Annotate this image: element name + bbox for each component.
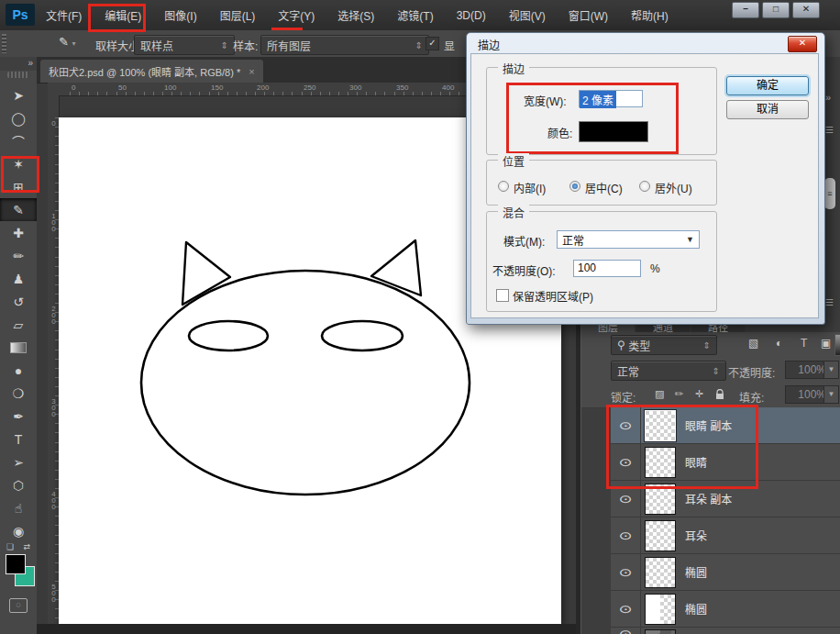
minimize-button[interactable]: – [732,2,759,18]
ok-button[interactable]: 确定 [726,76,809,95]
preserve-transparency-label[interactable]: 保留透明区域(P) [513,288,593,304]
layer-thumbnail[interactable] [645,629,676,634]
toolbar-collapse-button[interactable]: » [0,57,37,71]
menu-layer[interactable]: 图层(L) [220,7,256,23]
blend-mode-row: 正常 ⇕ 不透明度: 100% ▼ [581,357,840,384]
layer-thumbnail[interactable] [645,520,676,551]
dialog-close-button[interactable]: ✕ [788,36,817,52]
menu-file[interactable]: 文件(F) [46,7,82,23]
layer-row-ellipse-1[interactable]: ⊙ 椭圆 [611,554,840,591]
layer-name: 耳朵 副本 [685,491,732,506]
sample-select[interactable]: 所有图层 ⇕ [260,35,429,55]
fill-dropdown-icon[interactable]: ▼ [823,385,839,404]
tool-brush[interactable]: ✏ [0,244,37,267]
menu-filter[interactable]: 滤镜(T) [397,7,433,23]
dock-collapse-icon[interactable]: » [825,92,831,103]
tool-healing-brush[interactable]: ✚ [0,221,37,244]
position-group: 位置 内部(I) 居中(C) 居外(U) [486,160,717,206]
menu-view[interactable]: 视图(V) [509,7,546,23]
tool-blur[interactable]: ● [0,359,37,382]
panel-menu-icon[interactable]: ☰ [825,297,834,307]
layer-name: 椭圆 [685,564,707,580]
visibility-cell[interactable]: ⊙ [611,554,641,590]
menu-image[interactable]: 图像(I) [164,7,196,23]
lock-transparency-icon[interactable]: ▨ [655,388,664,400]
layer-filter-select[interactable]: ⚲ 类型 ⇕ [611,335,717,355]
radio-outside-label[interactable]: 居外(U) [655,180,692,195]
foreground-color-swatch[interactable] [6,554,26,574]
radio-center-label[interactable]: 居中(C) [585,180,623,195]
tool-elliptical-marquee[interactable]: ◯ [0,106,37,129]
eyedropper-tool-icon[interactable]: ✎ ▾ [59,35,86,52]
tool-history-brush[interactable]: ↺ [0,290,37,313]
radio-center[interactable] [569,181,580,192]
radio-outside[interactable] [639,181,650,192]
ruler-label: 0 [72,83,75,92]
eye-icon: ⊙ [618,529,632,542]
visibility-cell[interactable]: ⊙ [611,628,641,634]
blend-mode-select[interactable]: 正常 ⇕ [611,361,726,381]
maximize-button[interactable]: □ [762,2,790,18]
dock-scrollbar[interactable]: ≡ [824,178,835,209]
quick-mask-button[interactable]: ◌ [9,598,28,613]
tool-eyedropper[interactable]: ✎ [0,198,37,221]
mode-select[interactable]: 正常 ▼ [557,230,700,249]
dialog-opacity-input[interactable]: 100 [573,260,641,277]
swap-colors-icon[interactable]: ⇄ [23,542,30,554]
filter-pixel-layer-icon[interactable]: ▧ [748,337,758,350]
tool-hand[interactable]: ☝ [0,496,37,519]
show-sampling-ring-checkbox[interactable]: ✓ [426,37,439,50]
panel-menu-icon[interactable]: ☰ [825,125,834,135]
filter-toggle-icon[interactable] [834,334,840,356]
layer-thumbnail[interactable] [645,594,676,625]
layer-row-ellipse-2[interactable]: ⊙ 椭圆 [611,591,840,628]
ruler-label: 0 [50,119,58,126]
tool-shape[interactable]: ⬡ [0,473,37,496]
blending-group-legend: 混合 [498,205,529,220]
tool-pen[interactable]: ✒ [0,405,37,428]
tool-type[interactable]: T [0,428,37,450]
document-tab[interactable]: 秋田犬2.psd @ 100% (眼睛 副本, RGB/8) * × [40,60,263,83]
menu-type[interactable]: 文字(Y) [278,7,315,23]
tool-dodge[interactable]: ❍ [0,382,37,405]
filter-shape-layer-icon[interactable]: ▣ [821,337,831,350]
cancel-button[interactable]: 取消 [726,100,809,119]
filter-type-layer-icon[interactable]: T [801,337,807,350]
tool-clone-stamp[interactable]: ♟ [0,267,37,290]
menu-help[interactable]: 帮助(H) [631,7,669,23]
mode-value: 正常 [562,232,584,248]
close-button[interactable]: ✕ [792,2,820,18]
layer-row-ears[interactable]: ⊙ 耳朵 [611,517,840,554]
radio-inside[interactable] [498,181,509,192]
tool-lasso[interactable]: ⌒ [0,129,37,152]
tab-close-icon[interactable]: × [249,66,254,77]
tool-eraser[interactable]: ▱ [0,313,37,336]
show-label: 显 [444,38,455,53]
default-colors-icon[interactable]: ❏ [6,542,14,554]
opacity-dropdown-icon[interactable]: ▼ [823,361,839,379]
visibility-cell[interactable]: ⊙ [611,591,641,627]
preserve-transparency-checkbox[interactable] [496,289,509,302]
radio-inside-label[interactable]: 内部(I) [514,180,546,195]
layer-thumbnail[interactable] [645,557,676,588]
visibility-cell[interactable]: ⊙ [611,517,641,553]
tool-move[interactable]: ➤ [0,83,37,106]
left-ear-shape [182,242,230,305]
sample-size-value: 取样点 [140,38,173,53]
tool-zoom[interactable]: ◉ [0,519,37,542]
tool-gradient[interactable] [0,336,37,359]
lock-pixels-icon[interactable]: ✏ [675,388,683,400]
sample-size-select[interactable]: 取样点 ⇕ [134,35,235,55]
tool-path-selection[interactable]: ➢ [0,450,37,473]
document-title: 秋田犬2.psd @ 100% (眼睛 副本, RGB/8) * [49,64,240,79]
highlight-marquee-tool [1,156,39,193]
menu-window[interactable]: 窗口(W) [569,7,608,23]
layer-row-partial[interactable]: ⊙ [611,628,840,634]
lock-all-icon[interactable] [715,389,724,402]
lock-position-icon[interactable]: ✛ [695,388,703,400]
menu-3d[interactable]: 3D(D) [457,9,486,22]
menu-select[interactable]: 选择(S) [337,7,374,23]
toolbar-grip[interactable] [7,72,29,78]
gradient-icon [10,342,27,353]
filter-adjustment-layer-icon[interactable]: ◐ [776,337,782,350]
